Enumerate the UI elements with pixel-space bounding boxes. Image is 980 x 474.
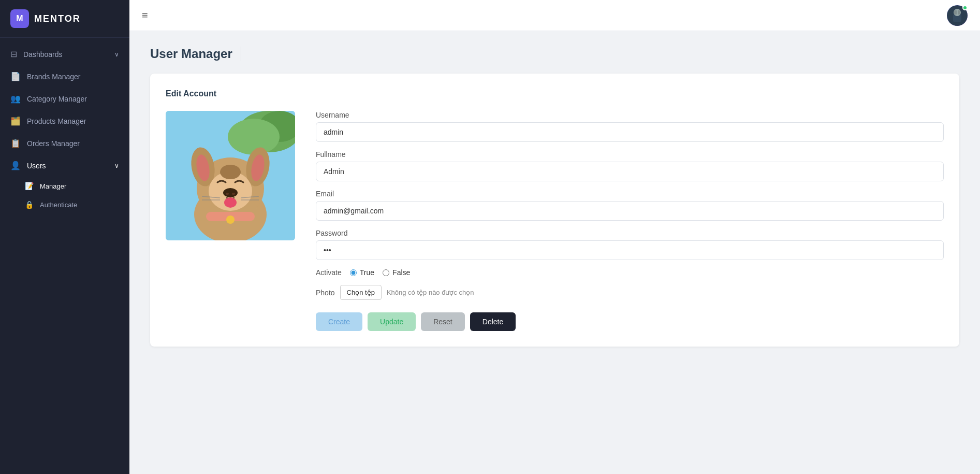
users-icon: 👤 bbox=[10, 161, 21, 170]
page-title-bar: User Manager bbox=[150, 47, 959, 61]
orders-icon: 📋 bbox=[10, 138, 21, 148]
reset-button[interactable]: Reset bbox=[421, 312, 465, 331]
update-button[interactable]: Update bbox=[368, 312, 416, 331]
email-label: Email bbox=[316, 190, 944, 198]
header: ≡ bbox=[129, 0, 980, 31]
sidebar-item-products[interactable]: 🗂️ Products Manager bbox=[0, 110, 129, 132]
sidebar-subitem-label: Manager bbox=[40, 182, 66, 190]
sidebar: M MENTOR ⊟ Dashboards ∨ 📄 Brands Manager… bbox=[0, 0, 129, 474]
hamburger-icon[interactable]: ≡ bbox=[142, 9, 148, 21]
sidebar-subitem-label: Authenticate bbox=[40, 201, 77, 209]
dashboards-icon: ⊟ bbox=[10, 49, 17, 59]
delete-button[interactable]: Delete bbox=[470, 312, 516, 331]
photo-upload-label: Photo bbox=[316, 289, 335, 297]
email-input[interactable] bbox=[316, 201, 944, 221]
sidebar-item-label: Dashboards bbox=[23, 50, 108, 59]
activate-row: Activate True False bbox=[316, 268, 944, 277]
page-title-divider bbox=[241, 47, 241, 61]
radio-false-item[interactable]: False bbox=[383, 268, 410, 277]
svg-point-16 bbox=[223, 188, 238, 197]
svg-rect-3 bbox=[954, 10, 957, 15]
radio-true-input[interactable] bbox=[350, 269, 357, 276]
sidebar-item-orders[interactable]: 📋 Orders Manager bbox=[0, 132, 129, 154]
logo-icon: M bbox=[10, 9, 29, 28]
sidebar-subitem-manager[interactable]: 📝 Manager bbox=[0, 177, 129, 195]
radio-true-label: True bbox=[360, 268, 374, 277]
sidebar-logo: M MENTOR bbox=[0, 0, 129, 38]
radio-false-label: False bbox=[392, 268, 410, 277]
edit-form-layout: Username Fullname Email Pa bbox=[166, 111, 944, 331]
sidebar-item-dashboards[interactable]: ⊟ Dashboards ∨ bbox=[0, 43, 129, 65]
photo-upload-row: Photo Chọn tệp Không có tệp nào được chọ… bbox=[316, 285, 944, 300]
dog-photo bbox=[166, 111, 295, 240]
page-title: User Manager bbox=[150, 47, 232, 61]
svg-point-18 bbox=[232, 193, 235, 195]
sidebar-item-label: Products Manager bbox=[27, 117, 119, 125]
svg-point-26 bbox=[220, 165, 241, 179]
create-button[interactable]: Create bbox=[316, 312, 362, 331]
sidebar-subitem-authenticate[interactable]: 🔒 Authenticate bbox=[0, 195, 129, 214]
activate-label: Activate bbox=[316, 268, 342, 277]
status-dot bbox=[962, 5, 968, 10]
email-group: Email bbox=[316, 190, 944, 221]
brands-icon: 📄 bbox=[10, 71, 21, 81]
avatar-container[interactable] bbox=[947, 5, 968, 26]
username-group: Username bbox=[316, 111, 944, 142]
logo-text: MENTOR bbox=[34, 13, 81, 24]
svg-point-17 bbox=[226, 193, 229, 195]
page-content: User Manager Edit Account bbox=[129, 31, 980, 474]
card-title: Edit Account bbox=[166, 89, 944, 98]
radio-false-input[interactable] bbox=[383, 269, 389, 276]
password-group: Password bbox=[316, 229, 944, 260]
chevron-down-icon: ∨ bbox=[114, 51, 119, 58]
svg-point-8 bbox=[228, 119, 280, 155]
sidebar-item-label: Category Manager bbox=[27, 95, 119, 103]
form-section: Username Fullname Email Pa bbox=[316, 111, 944, 331]
radio-true-item[interactable]: True bbox=[350, 268, 374, 277]
sidebar-item-category[interactable]: 👥 Category Manager bbox=[0, 88, 129, 110]
header-right bbox=[947, 5, 968, 26]
chevron-down-icon: ∨ bbox=[114, 162, 119, 169]
fullname-input[interactable] bbox=[316, 162, 944, 181]
username-input[interactable] bbox=[316, 122, 944, 142]
authenticate-icon: 🔒 bbox=[25, 200, 34, 209]
choose-file-button[interactable]: Chọn tệp bbox=[340, 285, 382, 300]
sidebar-nav: ⊟ Dashboards ∨ 📄 Brands Manager 👥 Catego… bbox=[0, 38, 129, 219]
password-input[interactable] bbox=[316, 240, 944, 260]
svg-rect-4 bbox=[958, 10, 960, 15]
sidebar-item-label: Orders Manager bbox=[27, 139, 119, 148]
sidebar-item-label: Brands Manager bbox=[27, 73, 119, 81]
sidebar-item-brands[interactable]: 📄 Brands Manager bbox=[0, 65, 129, 88]
sidebar-item-users[interactable]: 👤 Users ∨ bbox=[0, 154, 129, 177]
action-buttons: Create Update Reset Delete bbox=[316, 312, 944, 331]
fullname-group: Fullname bbox=[316, 150, 944, 181]
username-label: Username bbox=[316, 111, 944, 119]
svg-point-21 bbox=[226, 216, 235, 224]
activate-radio-group: True False bbox=[350, 268, 411, 277]
category-icon: 👥 bbox=[10, 94, 21, 104]
edit-account-card: Edit Account bbox=[150, 74, 959, 347]
no-file-chosen-text: Không có tệp nào được chọn bbox=[387, 289, 474, 296]
photo-preview bbox=[166, 111, 295, 240]
main-content: ≡ Use bbox=[129, 0, 980, 474]
fullname-label: Fullname bbox=[316, 150, 944, 159]
password-label: Password bbox=[316, 229, 944, 237]
products-icon: 🗂️ bbox=[10, 116, 21, 126]
manager-icon: 📝 bbox=[25, 182, 34, 190]
sidebar-item-label: Users bbox=[27, 162, 108, 170]
photo-section bbox=[166, 111, 295, 331]
